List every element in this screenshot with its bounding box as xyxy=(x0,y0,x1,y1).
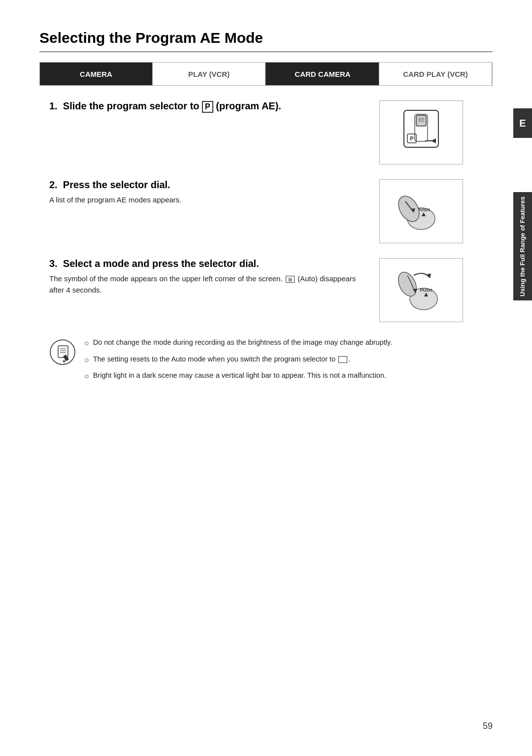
note-text-3: Bright light in a dark scene may cause a… xyxy=(93,370,463,381)
note-item-2: ○ The setting resets to the Auto mode wh… xyxy=(84,354,463,366)
note-bullet-3: ○ xyxy=(84,370,89,383)
page-title: Selecting the Program AE Mode xyxy=(39,30,493,52)
step-3-image: PUSH xyxy=(379,258,463,322)
tab-play-vcr[interactable]: PLAY (VCR) xyxy=(153,63,266,85)
step-1-section: 1. Slide the program selector to P (prog… xyxy=(49,100,463,164)
svg-marker-28 xyxy=(63,361,66,363)
tab-card-camera[interactable]: CARD CAMERA xyxy=(266,63,379,85)
step-2-heading: 2. Press the selector dial. xyxy=(49,179,369,191)
note-bullet-1: ○ xyxy=(84,337,89,350)
note-item-3: ○ Bright light in a dark scene may cause… xyxy=(84,370,463,383)
step-3-svg: PUSH xyxy=(387,261,456,320)
step-2-image: PUSH xyxy=(379,179,463,243)
notes-list: ○ Do not change the mode during recordin… xyxy=(84,337,463,387)
step-1-heading: 1. Slide the program selector to P (prog… xyxy=(49,100,369,113)
step-2-section: 2. Press the selector dial. A list of th… xyxy=(49,179,463,243)
step-1-text: 1. Slide the program selector to P (prog… xyxy=(49,100,379,117)
content-area: 1. Slide the program selector to P (prog… xyxy=(49,100,463,387)
svg-point-22 xyxy=(50,340,75,364)
note-item-1: ○ Do not change the mode during recordin… xyxy=(84,337,463,350)
side-tab-text: Using the Full Range of Features xyxy=(519,197,527,296)
step-3-section: 3. Select a mode and press the selector … xyxy=(49,258,463,322)
svg-rect-2 xyxy=(416,115,426,126)
e-tab: E xyxy=(513,108,532,138)
e-tab-letter: E xyxy=(519,118,526,129)
notes-icon xyxy=(49,339,76,366)
mode-tabs-bar: CAMERA PLAY (VCR) CARD CAMERA CARD PLAY … xyxy=(39,62,493,86)
auto-icon: ⊞ xyxy=(286,276,295,283)
auto-box-icon xyxy=(338,356,347,363)
step-3-subtext: The symbol of the mode appears on the up… xyxy=(49,273,369,296)
note-bullet-2: ○ xyxy=(84,354,89,366)
notes-section: ○ Do not change the mode during recordin… xyxy=(49,337,463,387)
side-tab: Using the Full Range of Features xyxy=(513,192,532,300)
step-3-heading: 3. Select a mode and press the selector … xyxy=(49,258,369,269)
note-text-2: The setting resets to the Auto mode when… xyxy=(93,354,463,365)
step-2-subtext: A list of the program AE modes appears. xyxy=(49,195,369,206)
step-2-svg: PUSH xyxy=(387,182,456,241)
step-1-image: P xyxy=(379,100,463,164)
page-container: Selecting the Program AE Mode CAMERA PLA… xyxy=(0,0,532,756)
svg-text:PUSH: PUSH xyxy=(420,288,432,293)
step-1-svg: P xyxy=(387,105,456,160)
svg-text:P: P xyxy=(410,135,413,141)
tab-camera[interactable]: CAMERA xyxy=(40,63,153,85)
page-number: 59 xyxy=(483,721,493,731)
tab-card-play-vcr[interactable]: CARD PLAY (VCR) xyxy=(379,63,492,85)
step-2-text: 2. Press the selector dial. A list of th… xyxy=(49,179,379,206)
note-text-1: Do not change the mode during recording … xyxy=(93,337,463,348)
step-3-text: 3. Select a mode and press the selector … xyxy=(49,258,379,296)
